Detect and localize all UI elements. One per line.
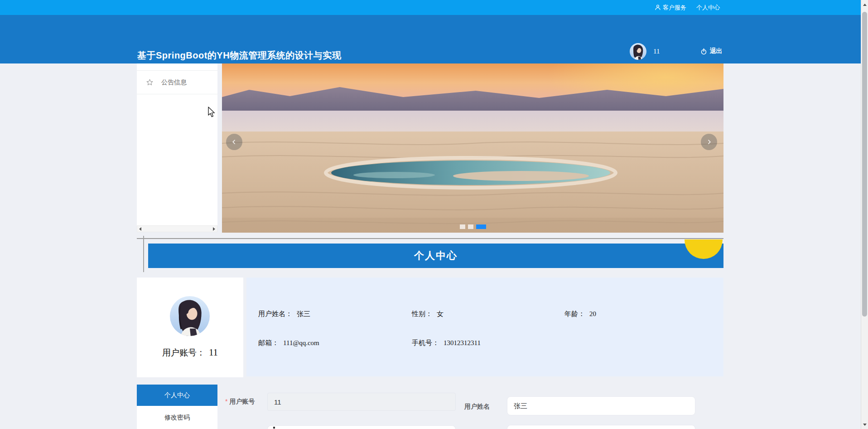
star-icon xyxy=(146,78,154,86)
topbar-link-personal-center[interactable]: 个人中心 xyxy=(696,4,720,12)
partial-text-fragment xyxy=(273,427,275,429)
profile-card: 用户账号：11 xyxy=(137,278,243,377)
field-label: 邮箱： xyxy=(258,339,279,346)
decor-horizontal-line xyxy=(137,238,723,239)
field-value: 20 xyxy=(589,310,596,317)
vertical-scrollbar[interactable] xyxy=(861,0,868,429)
field-label: 用户姓名： xyxy=(258,310,292,317)
user-avatar[interactable] xyxy=(630,43,646,60)
required-mark: * xyxy=(225,398,227,405)
field-value: 张三 xyxy=(297,310,310,317)
profile-field-gender: 性别：女 xyxy=(412,310,444,318)
field-value: 111@qq.com xyxy=(283,339,319,346)
chevron-left-icon xyxy=(231,139,237,145)
partial-input-right[interactable] xyxy=(507,425,695,429)
account-label: 用户账号： xyxy=(162,348,205,357)
mouse-cursor xyxy=(207,107,216,117)
profile-field-email: 邮箱：111@qq.com xyxy=(258,339,319,347)
scroll-right-arrow-icon[interactable] xyxy=(213,227,215,231)
form-label-username: 用户姓名 xyxy=(464,403,490,411)
page-title: 基于SpringBoot的YH物流管理系统的设计与实现 xyxy=(137,49,341,62)
profile-account-line: 用户账号：11 xyxy=(137,347,243,359)
carousel-prev-button[interactable] xyxy=(226,134,242,150)
topbar-link-customer-service[interactable]: 客户服务 xyxy=(655,4,686,12)
account-menu-item-personal-center[interactable]: 个人中心 xyxy=(137,385,217,406)
form-label-text: 用户姓名 xyxy=(464,403,490,410)
logout-label: 退出 xyxy=(709,47,722,55)
profile-field-name: 用户姓名：张三 xyxy=(258,310,310,318)
header-username: 11 xyxy=(653,48,660,55)
topbar-link-label: 个人中心 xyxy=(696,4,720,12)
form-label-text: 用户账号 xyxy=(229,398,255,405)
vertical-scrollbar-thumb[interactable] xyxy=(862,12,867,317)
profile-field-phone: 手机号：13012312311 xyxy=(412,339,481,347)
form-label-account: *用户账号 xyxy=(225,398,255,406)
account-value: 11 xyxy=(209,347,218,358)
sidebar: 公告信息 xyxy=(137,63,217,225)
carousel-indicator-3-active[interactable] xyxy=(476,224,486,229)
scroll-up-arrow-icon[interactable] xyxy=(861,1,868,8)
section-banner-area: 个人中心 xyxy=(137,239,723,269)
topbar: 客户服务 个人中心 xyxy=(0,0,861,15)
header: 基于SpringBoot的YH物流管理系统的设计与实现 11 退出 xyxy=(0,15,861,63)
profile-avatar xyxy=(170,296,210,336)
topbar-links: 客户服务 个人中心 xyxy=(655,0,720,15)
sidebar-item-notice[interactable]: 公告信息 xyxy=(137,70,217,94)
field-value: 女 xyxy=(437,310,444,317)
field-label: 性别： xyxy=(412,310,432,317)
menu-item-label: 修改密码 xyxy=(164,414,190,422)
sidebar-item-label: 公告信息 xyxy=(161,78,187,87)
carousel-indicator-2[interactable] xyxy=(468,224,473,229)
scroll-down-arrow-icon[interactable] xyxy=(861,421,868,428)
profile-field-age: 年龄：20 xyxy=(564,310,596,318)
profile-detail-panel: 用户姓名：张三 性别：女 年龄：20 邮箱：111@qq.com 手机号：130… xyxy=(246,278,723,376)
account-menu-item-change-password[interactable]: 修改密码 xyxy=(137,406,217,429)
sidebar-horizontal-scrollbar[interactable] xyxy=(137,225,217,232)
carousel-indicator-1[interactable] xyxy=(460,224,465,229)
field-value: 13012312311 xyxy=(444,339,481,346)
section-banner: 个人中心 xyxy=(148,244,723,268)
person-icon xyxy=(655,5,661,10)
menu-item-label: 个人中心 xyxy=(164,391,190,400)
banner-carousel xyxy=(222,63,723,233)
partial-input-left[interactable] xyxy=(267,425,456,429)
carousel-next-button[interactable] xyxy=(701,134,717,150)
scroll-left-arrow-icon[interactable] xyxy=(139,227,141,231)
field-label: 手机号： xyxy=(412,339,439,346)
logout-button[interactable]: 退出 xyxy=(700,47,722,55)
topbar-link-label: 客户服务 xyxy=(663,4,686,12)
header-user-area: 11 退出 xyxy=(630,40,722,63)
account-input[interactable] xyxy=(267,393,456,411)
username-input[interactable] xyxy=(507,396,695,415)
carousel-slide-image xyxy=(222,63,723,233)
section-title: 个人中心 xyxy=(414,249,458,263)
carousel-indicators xyxy=(222,224,723,229)
chevron-right-icon xyxy=(706,139,712,145)
field-label: 年龄： xyxy=(564,310,585,317)
power-icon xyxy=(700,48,707,55)
